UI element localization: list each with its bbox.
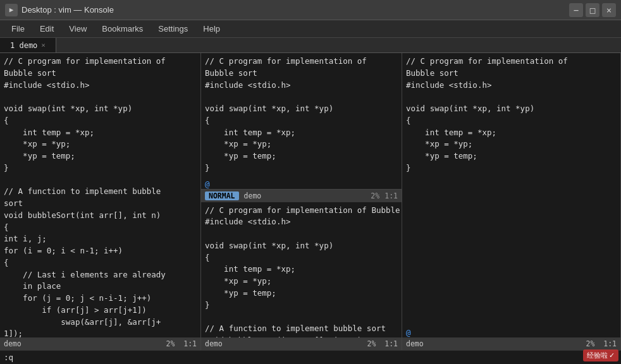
editor-panes: // C program for implementation of Bubbl… — [0, 53, 621, 350]
menu-bar: File Edit View Bookmarks Settings Help — [0, 20, 621, 38]
vim-editor: 1 demo × // C program for implementation… — [0, 38, 621, 364]
watermark-text: 经验啦 — [587, 351, 608, 360]
left-status-percent: 2% — [166, 339, 175, 348]
mode-indicator: NORMAL — [205, 191, 239, 200]
middle-pane: // C program for implementation of Bubbl… — [201, 53, 402, 350]
middle-bottom: // C program for implementation of Bubbl… — [201, 202, 402, 338]
tab-label: 1 demo — [10, 41, 37, 50]
menu-edit[interactable]: Edit — [34, 22, 60, 35]
middle-at-sign: @ — [201, 179, 402, 189]
middle-bottom-percent: 2% — [367, 339, 376, 348]
middle-bottom-code[interactable]: // C program for implementation of Bubbl… — [201, 202, 402, 338]
menu-bookmarks[interactable]: Bookmarks — [95, 22, 149, 35]
tab-bar: 1 demo × — [0, 38, 621, 53]
middle-top: // C program for implementation of Bubbl… — [201, 53, 402, 190]
middle-status-bar: NORMAL demo 2% 1:1 — [201, 190, 402, 202]
middle-bottom-filename: demo — [205, 339, 223, 348]
tab-close-icon[interactable]: × — [41, 41, 46, 49]
middle-status-filename: demo — [244, 191, 369, 200]
right-status-percent: 2% — [586, 339, 595, 348]
left-status-filename: demo — [4, 339, 22, 348]
middle-status-right: 2% 1:1 — [371, 191, 398, 200]
left-status-bar: demo 2% 1:1 — [0, 337, 200, 350]
minimize-button[interactable]: − — [569, 3, 583, 17]
middle-top-code[interactable]: // C program for implementation of Bubbl… — [201, 53, 402, 179]
tab-demo[interactable]: 1 demo × — [0, 38, 56, 52]
menu-help[interactable]: Help — [197, 22, 226, 35]
watermark: 经验啦 ✓ — [583, 349, 618, 361]
right-status-bar: demo 2% 1:1 — [402, 337, 620, 350]
left-code[interactable]: // C program for implementation of Bubbl… — [0, 53, 200, 337]
command-line[interactable]: :q — [0, 350, 621, 364]
left-pane: // C program for implementation of Bubbl… — [0, 53, 201, 350]
middle-bottom-pos: 1:1 — [384, 339, 398, 348]
title-bar-left: ▶ Desktop : vim — Konsole — [5, 4, 114, 16]
middle-bottom-status-bar: demo 2% 1:1 — [201, 337, 402, 350]
right-pane: // C program for implementation of Bubbl… — [402, 53, 621, 350]
window-title: Desktop : vim — Konsole — [22, 5, 114, 15]
menu-view[interactable]: View — [63, 22, 93, 35]
right-status-filename: demo — [406, 339, 424, 348]
window-controls: − □ × — [569, 3, 616, 17]
right-status-pos: 1:1 — [603, 339, 617, 348]
app-icon: ▶ — [5, 4, 18, 16]
middle-status-percent: 2% — [371, 191, 379, 200]
right-at-sign: @ — [402, 328, 620, 337]
right-code[interactable]: // C program for implementation of Bubbl… — [402, 53, 620, 328]
app-icon-symbol: ▶ — [9, 6, 14, 14]
watermark-symbol: ✓ — [609, 351, 615, 360]
left-status-pos: 1:1 — [183, 339, 197, 348]
title-bar: ▶ Desktop : vim — Konsole − □ × — [0, 0, 621, 20]
close-button[interactable]: × — [602, 3, 616, 17]
maximize-button[interactable]: □ — [586, 3, 599, 17]
command-text: :q — [4, 353, 13, 362]
middle-status-pos: 1:1 — [384, 191, 398, 200]
menu-file[interactable]: File — [5, 22, 31, 35]
menu-settings[interactable]: Settings — [152, 22, 194, 35]
